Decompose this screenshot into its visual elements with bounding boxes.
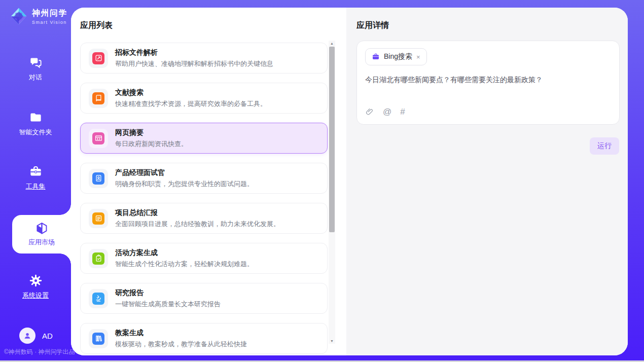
lesson-icon <box>92 333 104 345</box>
app-name: 项目总结汇报 <box>115 208 280 218</box>
app-icon-box <box>89 209 108 228</box>
brand-logo: 神州问学 Smart Vision <box>9 7 67 26</box>
app-list-panel: 应用列表 招标文件解析 帮助用户快速、准确地理解和解析招标书中的关键信息 <box>71 8 346 355</box>
app-description: 快速精准查找学术资源，提高研究效率的必备工具。 <box>115 99 267 108</box>
cube-icon <box>35 222 49 235</box>
app-name: 教案生成 <box>115 329 247 338</box>
app-card-研究报告[interactable]: 研究报告 一键智能生成高质量长文本研究报告 <box>80 283 328 314</box>
app-name: 文献搜索 <box>115 88 267 97</box>
sidebar-item-label: 智能文件夹 <box>19 128 52 137</box>
app-detail-panel: 应用详情 Bing搜索 × 今日湖北有哪些新闻要点？有哪些需要关注的最新政策？ … <box>346 8 628 355</box>
app-icon-box <box>89 129 108 148</box>
app-card-文献搜索[interactable]: 文献搜索 快速精准查找学术资源，提高研究效率的必备工具。 <box>80 83 328 114</box>
app-description: 每日政府新闻资讯快查。 <box>115 139 188 149</box>
app-card-活动方案生成[interactable]: 活动方案生成 智能生成个性化活动方案，轻松解决规划难题。 <box>80 243 328 274</box>
scrollbar-thumb[interactable] <box>329 47 335 232</box>
brand-name: 神州问学 <box>32 8 67 19</box>
app-card-招标文件解析[interactable]: 招标文件解析 帮助用户快速、准确地理解和解析招标书中的关键信息 <box>80 43 328 74</box>
sidebar-item-label: 工具集 <box>26 182 46 191</box>
activity-icon <box>92 252 104 265</box>
interview-icon <box>92 172 104 185</box>
app-description: 模板驱动，教案秒成，教学准备从此轻松快捷 <box>115 340 247 349</box>
gear-icon <box>29 274 43 287</box>
app-card-项目总结汇报[interactable]: 项目总结汇报 全面回顾项目进展，总结经验教训，助力未来优化发展。 <box>80 203 328 234</box>
app-description: 明确身份和职责，为您提供专业性的面试问题。 <box>115 179 254 189</box>
run-button[interactable]: 运行 <box>590 137 619 155</box>
app-icon-box <box>89 89 108 108</box>
at-icon[interactable]: @ <box>383 107 391 117</box>
report-icon <box>92 212 104 225</box>
app-description: 智能生成个性化活动方案，轻松解决规划难题。 <box>115 260 254 269</box>
briefcase-icon <box>372 53 380 61</box>
app-card-网页摘要[interactable]: 网页摘要 每日政府新闻资讯快查。 <box>80 123 328 154</box>
app-detail-title: 应用详情 <box>356 20 389 31</box>
toolbox-icon <box>29 165 43 178</box>
scrollbar-up-icon[interactable]: ▲ <box>329 42 335 45</box>
app-name: 招标文件解析 <box>115 48 273 57</box>
app-icon-box <box>89 289 108 308</box>
app-description: 一键智能生成高质量长文本研究报告 <box>115 300 221 309</box>
app-icon-box <box>89 329 108 348</box>
app-description: 帮助用户快速、准确地理解和解析招标书中的关键信息 <box>115 59 273 68</box>
tag-close-icon[interactable]: × <box>416 54 420 60</box>
app-name: 产品经理面试官 <box>115 168 254 177</box>
app-list: 招标文件解析 帮助用户快速、准确地理解和解析招标书中的关键信息 文献搜索 快速精… <box>80 43 328 355</box>
tool-tag-bing-search[interactable]: Bing搜索 × <box>365 48 427 65</box>
sidebar-item-工具集[interactable]: 工具集 <box>0 165 71 191</box>
book-icon <box>92 92 104 104</box>
sidebar-item-label: 应用市场 <box>28 238 55 247</box>
copyright-text: ©神州数码 · 神州问学出品 <box>4 348 75 356</box>
user-initials: AD <box>42 332 53 340</box>
app-card-教案生成[interactable]: 教案生成 模板驱动，教案秒成，教学准备从此轻松快捷 <box>80 323 328 354</box>
main-content: 应用列表 招标文件解析 帮助用户快速、准确地理解和解析招标书中的关键信息 <box>71 8 628 355</box>
app-name: 活动方案生成 <box>115 248 254 258</box>
app-description: 全面回顾项目进展，总结经验教训，助力未来优化发展。 <box>115 220 280 229</box>
app-card-产品经理面试官[interactable]: 产品经理面试官 明确身份和职责，为您提供专业性的面试问题。 <box>80 163 328 194</box>
app-name: 研究报告 <box>115 288 221 298</box>
app-name: 网页摘要 <box>115 128 188 137</box>
sidebar-item-智能文件夹[interactable]: 智能文件夹 <box>0 111 71 137</box>
app-icon-box <box>89 169 108 188</box>
sidebar: 神州问学 Smart Vision 对话 智能文件夹 工具集 应用市场 <box>0 0 71 362</box>
app-icon-box <box>89 49 108 68</box>
sidebar-item-对话[interactable]: 对话 <box>0 56 71 82</box>
list-scrollbar[interactable]: ▲ ▼ <box>329 41 335 344</box>
prompt-input[interactable]: 今日湖北有哪些新闻要点？有哪些需要关注的最新政策？ <box>365 76 611 85</box>
diamond-logo-icon <box>9 7 28 26</box>
user-account[interactable]: AD <box>19 328 53 344</box>
paperclip-icon[interactable] <box>365 107 374 117</box>
tool-tag-label: Bing搜索 <box>384 52 412 61</box>
app-icon-box <box>89 249 108 268</box>
chat-icon <box>29 56 43 69</box>
brand-subtitle: Smart Vision <box>32 20 67 25</box>
avatar[interactable] <box>19 328 35 344</box>
prompt-toolbar: @ # <box>365 107 405 117</box>
sidebar-item-应用市场[interactable]: 应用市场 <box>12 215 71 254</box>
scrollbar-down-icon[interactable]: ▼ <box>329 339 335 343</box>
folder-icon <box>29 111 43 124</box>
hash-icon[interactable]: # <box>400 107 405 117</box>
sidebar-item-系统设置[interactable]: 系统设置 <box>0 274 71 300</box>
sidebar-item-label: 系统设置 <box>22 291 49 300</box>
edit-icon <box>92 52 104 64</box>
sidebar-item-label: 对话 <box>29 73 42 82</box>
app-list-title: 应用列表 <box>80 20 113 31</box>
research-icon <box>92 293 104 305</box>
prompt-card: Bing搜索 × 今日湖北有哪些新闻要点？有哪些需要关注的最新政策？ @ # <box>356 41 620 125</box>
person-icon <box>22 331 32 341</box>
web-icon <box>92 132 104 144</box>
